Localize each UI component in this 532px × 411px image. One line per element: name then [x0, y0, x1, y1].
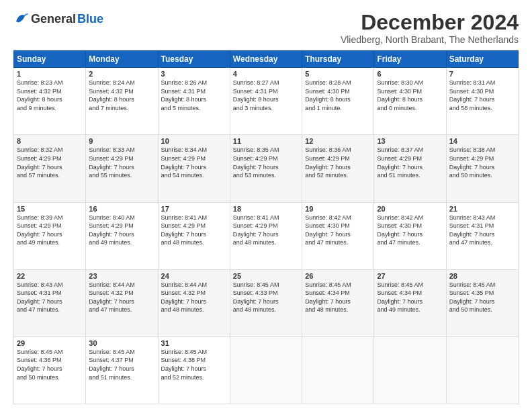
day-info: Sunrise: 8:42 AM Sunset: 4:30 PM Dayligh… [377, 214, 443, 247]
day-number: 18 [233, 205, 299, 213]
header-friday: Friday [374, 51, 446, 68]
calendar-cell: 4Sunrise: 8:27 AM Sunset: 4:31 PM Daylig… [230, 68, 302, 135]
day-info: Sunrise: 8:39 AM Sunset: 4:29 PM Dayligh… [17, 214, 83, 247]
day-info: Sunrise: 8:31 AM Sunset: 4:30 PM Dayligh… [449, 79, 515, 112]
day-number: 25 [233, 272, 299, 280]
day-info: Sunrise: 8:44 AM Sunset: 4:32 PM Dayligh… [161, 281, 227, 314]
day-number: 19 [305, 205, 371, 213]
day-info: Sunrise: 8:26 AM Sunset: 4:31 PM Dayligh… [161, 79, 227, 112]
calendar-cell [374, 336, 446, 404]
calendar-cell: 19Sunrise: 8:42 AM Sunset: 4:30 PM Dayli… [302, 202, 374, 269]
day-number: 26 [305, 272, 371, 280]
calendar-cell: 27Sunrise: 8:45 AM Sunset: 4:34 PM Dayli… [374, 269, 446, 336]
day-info: Sunrise: 8:45 AM Sunset: 4:34 PM Dayligh… [305, 281, 371, 314]
logo-bird-icon [13, 11, 30, 27]
calendar-cell: 2Sunrise: 8:24 AM Sunset: 4:32 PM Daylig… [86, 68, 158, 135]
calendar-cell: 25Sunrise: 8:45 AM Sunset: 4:33 PM Dayli… [230, 269, 302, 336]
day-number: 12 [305, 137, 371, 145]
day-number: 31 [161, 339, 227, 347]
calendar-week-3: 15Sunrise: 8:39 AM Sunset: 4:29 PM Dayli… [14, 202, 519, 269]
calendar-cell [302, 336, 374, 404]
calendar-cell: 22Sunrise: 8:43 AM Sunset: 4:31 PM Dayli… [14, 269, 86, 336]
day-info: Sunrise: 8:45 AM Sunset: 4:38 PM Dayligh… [161, 348, 227, 381]
calendar-cell: 3Sunrise: 8:26 AM Sunset: 4:31 PM Daylig… [158, 68, 230, 135]
logo: General Blue [13, 11, 103, 27]
day-info: Sunrise: 8:28 AM Sunset: 4:30 PM Dayligh… [305, 79, 371, 112]
page: General Blue December 2024 Vliedberg, No… [0, 0, 532, 411]
day-info: Sunrise: 8:30 AM Sunset: 4:30 PM Dayligh… [377, 79, 443, 112]
day-number: 4 [233, 70, 299, 78]
day-info: Sunrise: 8:34 AM Sunset: 4:29 PM Dayligh… [161, 146, 227, 179]
calendar-cell: 26Sunrise: 8:45 AM Sunset: 4:34 PM Dayli… [302, 269, 374, 336]
day-number: 1 [17, 70, 83, 78]
main-title: December 2024 [341, 11, 519, 34]
calendar-cell: 7Sunrise: 8:31 AM Sunset: 4:30 PM Daylig… [446, 68, 518, 135]
day-number: 17 [161, 205, 227, 213]
day-number: 11 [233, 137, 299, 145]
calendar-cell: 13Sunrise: 8:37 AM Sunset: 4:29 PM Dayli… [374, 135, 446, 202]
day-info: Sunrise: 8:45 AM Sunset: 4:33 PM Dayligh… [233, 281, 299, 314]
calendar-cell: 31Sunrise: 8:45 AM Sunset: 4:38 PM Dayli… [158, 336, 230, 404]
calendar-cell: 9Sunrise: 8:33 AM Sunset: 4:29 PM Daylig… [86, 135, 158, 202]
day-info: Sunrise: 8:41 AM Sunset: 4:29 PM Dayligh… [233, 214, 299, 247]
day-number: 22 [17, 272, 83, 280]
calendar-week-1: 1Sunrise: 8:23 AM Sunset: 4:32 PM Daylig… [14, 68, 519, 135]
calendar-cell: 28Sunrise: 8:45 AM Sunset: 4:35 PM Dayli… [446, 269, 518, 336]
calendar-cell: 16Sunrise: 8:40 AM Sunset: 4:29 PM Dayli… [86, 202, 158, 269]
day-info: Sunrise: 8:37 AM Sunset: 4:29 PM Dayligh… [377, 146, 443, 179]
day-number: 10 [161, 137, 227, 145]
header-tuesday: Tuesday [158, 51, 230, 68]
day-number: 16 [89, 205, 154, 213]
day-info: Sunrise: 8:43 AM Sunset: 4:31 PM Dayligh… [17, 281, 83, 314]
day-info: Sunrise: 8:43 AM Sunset: 4:31 PM Dayligh… [449, 214, 515, 247]
calendar-header-row: Sunday Monday Tuesday Wednesday Thursday… [14, 51, 519, 68]
day-info: Sunrise: 8:41 AM Sunset: 4:29 PM Dayligh… [161, 214, 227, 247]
title-section: December 2024 Vliedberg, North Brabant, … [341, 11, 519, 45]
header-thursday: Thursday [302, 51, 374, 68]
calendar-week-4: 22Sunrise: 8:43 AM Sunset: 4:31 PM Dayli… [14, 269, 519, 336]
day-info: Sunrise: 8:45 AM Sunset: 4:37 PM Dayligh… [89, 348, 154, 381]
calendar-cell: 20Sunrise: 8:42 AM Sunset: 4:30 PM Dayli… [374, 202, 446, 269]
day-info: Sunrise: 8:35 AM Sunset: 4:29 PM Dayligh… [233, 146, 299, 179]
day-number: 2 [89, 70, 154, 78]
day-info: Sunrise: 8:33 AM Sunset: 4:29 PM Dayligh… [89, 146, 154, 179]
logo-text: General Blue [13, 11, 103, 27]
day-info: Sunrise: 8:23 AM Sunset: 4:32 PM Dayligh… [17, 79, 83, 112]
day-info: Sunrise: 8:24 AM Sunset: 4:32 PM Dayligh… [89, 79, 154, 112]
day-number: 29 [17, 339, 83, 347]
calendar-cell: 17Sunrise: 8:41 AM Sunset: 4:29 PM Dayli… [158, 202, 230, 269]
calendar-cell: 21Sunrise: 8:43 AM Sunset: 4:31 PM Dayli… [446, 202, 518, 269]
day-number: 21 [449, 205, 515, 213]
day-info: Sunrise: 8:32 AM Sunset: 4:29 PM Dayligh… [17, 146, 83, 179]
day-info: Sunrise: 8:45 AM Sunset: 4:36 PM Dayligh… [17, 348, 83, 381]
calendar-cell: 29Sunrise: 8:45 AM Sunset: 4:36 PM Dayli… [14, 336, 86, 404]
header-sunday: Sunday [14, 51, 86, 68]
calendar-cell: 30Sunrise: 8:45 AM Sunset: 4:37 PM Dayli… [86, 336, 158, 404]
day-number: 27 [377, 272, 443, 280]
day-number: 28 [449, 272, 515, 280]
day-number: 30 [89, 339, 154, 347]
day-number: 9 [89, 137, 154, 145]
calendar-table: Sunday Monday Tuesday Wednesday Thursday… [13, 50, 519, 404]
header-wednesday: Wednesday [230, 51, 302, 68]
day-info: Sunrise: 8:44 AM Sunset: 4:32 PM Dayligh… [89, 281, 154, 314]
logo-general: General [31, 12, 76, 26]
calendar-cell: 15Sunrise: 8:39 AM Sunset: 4:29 PM Dayli… [14, 202, 86, 269]
day-number: 8 [17, 137, 83, 145]
calendar-cell [446, 336, 518, 404]
header-saturday: Saturday [446, 51, 518, 68]
day-number: 23 [89, 272, 154, 280]
day-number: 5 [305, 70, 371, 78]
day-info: Sunrise: 8:38 AM Sunset: 4:29 PM Dayligh… [449, 146, 515, 179]
calendar-cell: 18Sunrise: 8:41 AM Sunset: 4:29 PM Dayli… [230, 202, 302, 269]
calendar-cell: 14Sunrise: 8:38 AM Sunset: 4:29 PM Dayli… [446, 135, 518, 202]
day-number: 24 [161, 272, 227, 280]
header: General Blue December 2024 Vliedberg, No… [13, 11, 519, 45]
day-number: 13 [377, 137, 443, 145]
day-info: Sunrise: 8:27 AM Sunset: 4:31 PM Dayligh… [233, 79, 299, 112]
day-number: 7 [449, 70, 515, 78]
calendar-cell: 5Sunrise: 8:28 AM Sunset: 4:30 PM Daylig… [302, 68, 374, 135]
calendar-cell: 23Sunrise: 8:44 AM Sunset: 4:32 PM Dayli… [86, 269, 158, 336]
day-number: 14 [449, 137, 515, 145]
day-info: Sunrise: 8:42 AM Sunset: 4:30 PM Dayligh… [305, 214, 371, 247]
